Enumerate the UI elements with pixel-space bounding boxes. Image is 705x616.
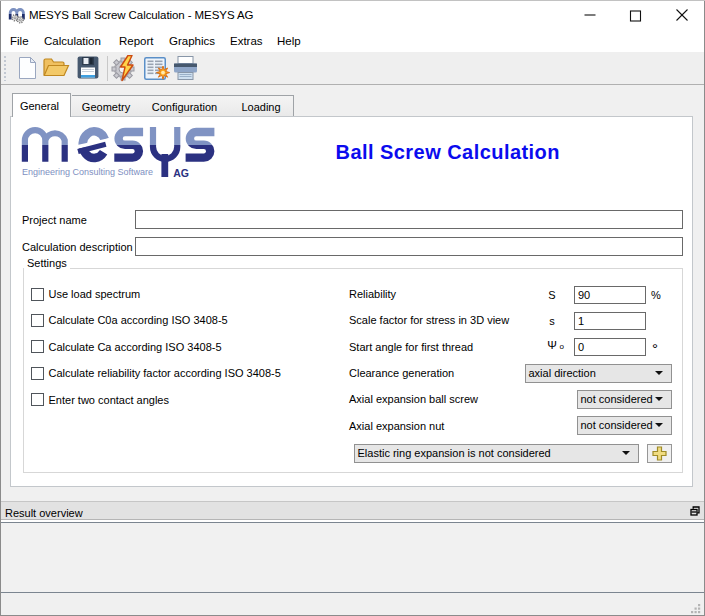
svg-text:AG: AG xyxy=(173,167,189,179)
